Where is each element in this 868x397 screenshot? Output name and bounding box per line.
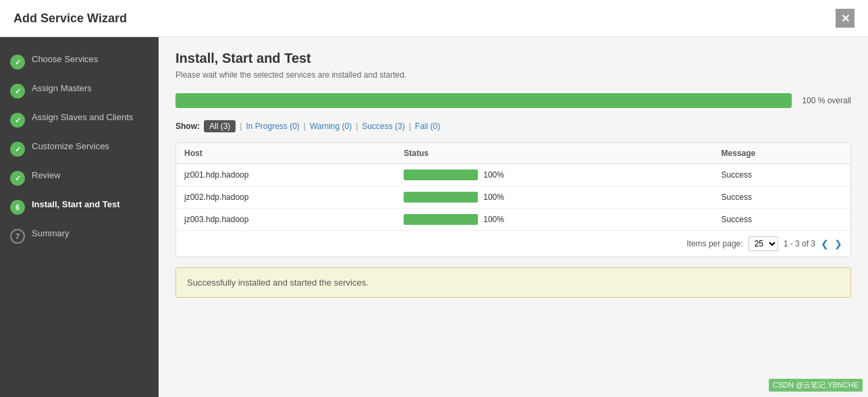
cell-message: Success: [713, 186, 850, 209]
sidebar-label-7: Summary: [32, 228, 70, 240]
step-circle-1: ✓: [10, 55, 25, 70]
filter-all-button[interactable]: All (3): [204, 120, 236, 132]
title-bar: Add Service Wizard ✕: [0, 0, 868, 37]
table-header-row: Host Status Message: [176, 143, 850, 164]
step-circle-7: 7: [10, 229, 25, 244]
table-row: jz003.hdp.hadoop100%Success: [176, 209, 850, 231]
sidebar-item-4: ✓Customize Services: [0, 134, 159, 163]
hosts-table-container: Host Status Message jz001.hdp.hadoop100%…: [175, 142, 851, 257]
sidebar-label-5: Review: [32, 170, 61, 182]
pagination-row: Items per page: 25 50 1 - 3 of 3 ❮ ❯: [176, 230, 850, 257]
filter-row: Show: All (3) | In Progress (0) | Warnin…: [175, 120, 851, 132]
items-per-page-label: Items per page:: [686, 239, 742, 248]
cell-status: 100%: [396, 186, 713, 209]
cell-status: 100%: [396, 209, 713, 231]
overall-percent-label: 100 % overall: [802, 96, 851, 105]
table-row: jz001.hdp.hadoop100%Success: [176, 164, 850, 186]
success-notice: Successfully installed and started the s…: [175, 267, 851, 298]
step-circle-3: ✓: [10, 113, 25, 128]
watermark: CSDN @云笔记 YBNCHE: [769, 379, 863, 392]
page-title: Install, Start and Test: [175, 51, 851, 66]
filter-fail-link[interactable]: Fail (0): [415, 122, 440, 131]
close-button[interactable]: ✕: [836, 9, 855, 28]
sidebar: ✓Choose Services✓Assign Masters✓Assign S…: [0, 37, 159, 397]
sidebar-item-2: ✓Assign Masters: [0, 76, 159, 105]
sidebar-label-2: Assign Masters: [32, 83, 92, 95]
sidebar-item-3: ✓Assign Slaves and Clients: [0, 105, 159, 134]
overall-progress-bar: [175, 93, 792, 108]
content-area: Install, Start and Test Please wait whil…: [159, 37, 868, 397]
sidebar-item-6: 6Install, Start and Test: [0, 192, 159, 221]
pagination-next[interactable]: ❯: [834, 238, 842, 249]
hosts-table: Host Status Message jz001.hdp.hadoop100%…: [176, 143, 850, 230]
cell-host: jz003.hdp.hadoop: [176, 209, 396, 231]
app-title: Add Service Wizard: [13, 11, 127, 26]
col-host: Host: [176, 143, 396, 164]
col-message: Message: [713, 143, 850, 164]
sidebar-label-3: Assign Slaves and Clients: [32, 112, 133, 124]
cell-message: Success: [713, 164, 850, 186]
sidebar-label-4: Customize Services: [32, 141, 109, 153]
sidebar-item-5: ✓Review: [0, 163, 159, 192]
overall-progress-row: 100 % overall: [175, 93, 851, 108]
show-label: Show:: [175, 122, 200, 131]
page-subtitle: Please wait while the selected services …: [175, 70, 851, 80]
per-page-select[interactable]: 25 50: [749, 236, 778, 251]
main-layout: ✓Choose Services✓Assign Masters✓Assign S…: [0, 37, 868, 397]
table-row: jz002.hdp.hadoop100%Success: [176, 186, 850, 209]
sidebar-item-1: ✓Choose Services: [0, 47, 159, 76]
sidebar-label-1: Choose Services: [32, 54, 98, 65]
filter-warning-link[interactable]: Warning (0): [310, 122, 352, 131]
filter-inprogress-link[interactable]: In Progress (0): [246, 122, 299, 131]
cell-status: 100%: [396, 164, 713, 186]
filter-success-link[interactable]: Success (3): [362, 122, 404, 131]
step-circle-4: ✓: [10, 142, 25, 157]
step-circle-6: 6: [10, 200, 25, 215]
cell-message: Success: [713, 209, 850, 231]
step-circle-2: ✓: [10, 84, 25, 99]
sidebar-label-6: Install, Start and Test: [32, 199, 120, 211]
sidebar-item-7: 7Summary: [0, 221, 159, 250]
pagination-range: 1 - 3 of 3: [784, 239, 815, 248]
cell-host: jz001.hdp.hadoop: [176, 164, 396, 186]
step-circle-5: ✓: [10, 171, 25, 186]
overall-progress-fill: [175, 93, 792, 108]
pagination-prev[interactable]: ❮: [821, 238, 829, 249]
col-status: Status: [396, 143, 713, 164]
cell-host: jz002.hdp.hadoop: [176, 186, 396, 209]
